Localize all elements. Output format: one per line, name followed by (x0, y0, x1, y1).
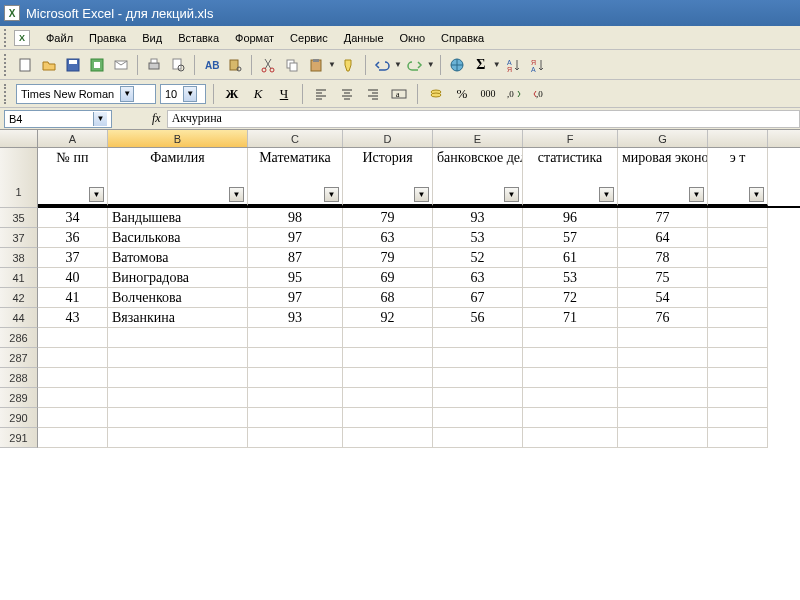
col-header-a[interactable]: A (38, 130, 108, 147)
header-cell[interactable]: № пп▼ (38, 148, 108, 206)
row-header[interactable]: 290 (0, 408, 38, 428)
font-size-combo[interactable]: 10 ▼ (160, 84, 206, 104)
cell[interactable]: 36 (38, 228, 108, 248)
cell[interactable]: Виноградова (108, 268, 248, 288)
cell[interactable]: Василькова (108, 228, 248, 248)
sort-desc-icon[interactable]: ЯА (527, 54, 549, 76)
header-cell[interactable]: статистика▼ (523, 148, 618, 206)
menu-format[interactable]: Формат (227, 29, 282, 47)
fmt-grip[interactable] (4, 84, 10, 104)
cell[interactable]: 69 (343, 268, 433, 288)
cell[interactable] (248, 388, 343, 408)
cell[interactable]: 67 (433, 288, 523, 308)
cell[interactable]: 97 (248, 228, 343, 248)
menu-grip[interactable] (4, 29, 10, 47)
formula-input[interactable]: Акчурина (167, 110, 800, 128)
merge-center-icon[interactable]: a (388, 83, 410, 105)
cell[interactable]: 79 (343, 208, 433, 228)
row-header[interactable]: 291 (0, 428, 38, 448)
cell[interactable] (708, 288, 768, 308)
cell[interactable]: 54 (618, 288, 708, 308)
cell[interactable] (523, 408, 618, 428)
cell[interactable]: 71 (523, 308, 618, 328)
row-header[interactable]: 44 (0, 308, 38, 328)
header-cell[interactable]: банковское дело▼ (433, 148, 523, 206)
copy-icon[interactable] (281, 54, 303, 76)
cell[interactable]: 56 (433, 308, 523, 328)
autosum-icon[interactable]: Σ (470, 54, 492, 76)
bold-button[interactable]: Ж (221, 83, 243, 105)
cell[interactable] (523, 328, 618, 348)
filter-button[interactable]: ▼ (324, 187, 339, 202)
cell[interactable] (708, 408, 768, 428)
cell[interactable] (433, 408, 523, 428)
cell[interactable]: 41 (38, 288, 108, 308)
print-icon[interactable] (143, 54, 165, 76)
cell[interactable] (248, 328, 343, 348)
chevron-down-icon[interactable]: ▼ (427, 60, 435, 69)
cell[interactable] (708, 308, 768, 328)
chevron-down-icon[interactable]: ▼ (394, 60, 402, 69)
cell[interactable] (523, 428, 618, 448)
menu-edit[interactable]: Правка (81, 29, 134, 47)
cell[interactable] (618, 408, 708, 428)
cell[interactable] (248, 408, 343, 428)
cell[interactable] (108, 328, 248, 348)
cell[interactable] (708, 388, 768, 408)
cell[interactable]: 61 (523, 248, 618, 268)
col-header-b[interactable]: B (108, 130, 248, 147)
row-header[interactable]: 286 (0, 328, 38, 348)
cell[interactable]: 52 (433, 248, 523, 268)
cell[interactable] (523, 348, 618, 368)
col-header-c[interactable]: C (248, 130, 343, 147)
autosum-dropdown[interactable]: Σ ▼ (470, 54, 501, 76)
cell[interactable] (108, 348, 248, 368)
cell[interactable] (708, 268, 768, 288)
chevron-down-icon[interactable]: ▼ (93, 112, 107, 126)
menu-insert[interactable]: Вставка (170, 29, 227, 47)
cell[interactable] (343, 428, 433, 448)
menu-tools[interactable]: Сервис (282, 29, 336, 47)
italic-button[interactable]: К (247, 83, 269, 105)
row-header[interactable]: 37 (0, 228, 38, 248)
filter-button[interactable]: ▼ (749, 187, 764, 202)
row-header[interactable]: 42 (0, 288, 38, 308)
cell[interactable]: Вязанкина (108, 308, 248, 328)
cell[interactable]: 96 (523, 208, 618, 228)
header-cell[interactable]: Фамилия▼ (108, 148, 248, 206)
cell[interactable] (708, 328, 768, 348)
cell[interactable]: 34 (38, 208, 108, 228)
cell[interactable]: 95 (248, 268, 343, 288)
menu-view[interactable]: Вид (134, 29, 170, 47)
cell[interactable] (248, 348, 343, 368)
row-header[interactable]: 38 (0, 248, 38, 268)
cell[interactable] (343, 408, 433, 428)
select-all-corner[interactable] (0, 130, 38, 147)
menu-help[interactable]: Справка (433, 29, 492, 47)
cell[interactable] (108, 428, 248, 448)
cell[interactable] (433, 368, 523, 388)
row-header[interactable]: 1 (0, 148, 38, 208)
research-icon[interactable] (224, 54, 246, 76)
grid-body[interactable]: 1 № пп▼ Фамилия▼ Математика▼ История▼ ба… (0, 148, 800, 600)
cell[interactable] (618, 348, 708, 368)
cell[interactable] (38, 408, 108, 428)
paste-icon[interactable] (305, 54, 327, 76)
filter-button[interactable]: ▼ (229, 187, 244, 202)
cell[interactable] (108, 368, 248, 388)
cell[interactable]: 68 (343, 288, 433, 308)
cell[interactable] (433, 428, 523, 448)
toolbar-grip[interactable] (4, 54, 10, 76)
new-icon[interactable] (14, 54, 36, 76)
save-icon[interactable] (62, 54, 84, 76)
cell[interactable]: 53 (523, 268, 618, 288)
menu-data[interactable]: Данные (336, 29, 392, 47)
open-icon[interactable] (38, 54, 60, 76)
cell[interactable] (433, 388, 523, 408)
fx-label[interactable]: fx (152, 111, 161, 126)
filter-button[interactable]: ▼ (689, 187, 704, 202)
cell[interactable]: 93 (433, 208, 523, 228)
cell[interactable]: Ватомова (108, 248, 248, 268)
workbook-icon[interactable]: X (14, 30, 30, 46)
cell[interactable] (248, 428, 343, 448)
